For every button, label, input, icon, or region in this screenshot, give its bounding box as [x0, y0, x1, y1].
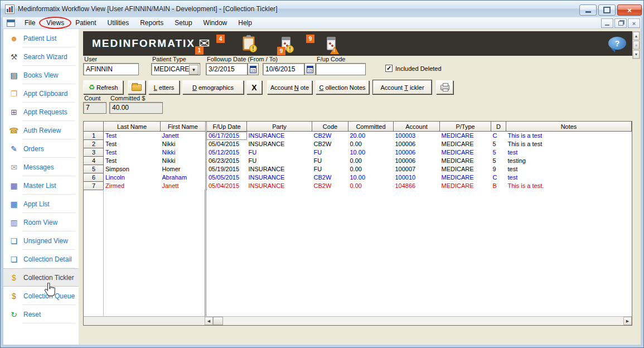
sidebar-item-collection-tickler[interactable]: $Collection Tickler [3, 268, 79, 287]
col-rownum[interactable] [84, 122, 104, 132]
col-account[interactable]: Account [394, 122, 440, 132]
table-row[interactable]: 5SimpsonHomer05/19/2015INSURANCEFU0.0010… [84, 165, 632, 173]
dropdown-arrow-icon[interactable]: ▼ [189, 65, 198, 75]
sidebar-item-unsigned-view[interactable]: ❏Unsigned View [3, 231, 79, 250]
scroll-down-arrow[interactable]: ▼ [633, 50, 640, 59]
menu-help[interactable]: Help [233, 18, 257, 28]
sidebar-item-collection-queue[interactable]: $Collection Queue [3, 287, 79, 305]
user-input[interactable]: AFINNIN [83, 63, 139, 75]
mdi-restore-button[interactable] [614, 18, 627, 28]
sidebar-item-books-view[interactable]: ▤Books View [3, 66, 79, 84]
cell-d: C [491, 173, 506, 182]
close-button[interactable]: × [617, 4, 642, 16]
header-vertical-scrollbar[interactable]: ▲ ≡ ▼ [632, 31, 640, 59]
mdi-document-icon[interactable] [7, 20, 15, 27]
rx-warning-icon[interactable] [327, 31, 336, 56]
print-button[interactable] [436, 80, 453, 94]
account-tickler-button[interactable]: Account Tickler [373, 80, 432, 94]
table-row[interactable]: 4TestNikki06/23/2015FUFU0.00100006MEDICA… [84, 157, 632, 165]
scroll-thumb[interactable]: ≡ [633, 41, 640, 50]
sidebar-item-collection-detail[interactable]: ❏Collection Detail [3, 250, 79, 268]
patient-type-select[interactable]: MEDICARE ▼ [151, 63, 200, 75]
sidebar-item-master-list[interactable]: ▦Master List [3, 176, 79, 195]
menu-window[interactable]: Window [198, 18, 233, 28]
refresh-button[interactable]: ♻Refresh [83, 80, 123, 94]
menu-setup[interactable]: Setup [170, 18, 197, 28]
sidebar-item-room-view[interactable]: ▥Room View [3, 213, 79, 231]
title-bar[interactable]: Medinformatix Workflow View [User AFINNI… [1, 1, 643, 17]
included-deleted-checkbox[interactable]: ✓ [385, 65, 393, 72]
included-deleted-option[interactable]: ✓ Included Deleted [385, 65, 442, 72]
cell-num[interactable]: 6 [84, 173, 104, 182]
menu-patient[interactable]: Patient [70, 18, 101, 28]
frozen-pane-divider[interactable] [205, 190, 206, 316]
fup-code-input[interactable] [316, 63, 366, 75]
mdi-minimize-button[interactable] [601, 18, 613, 28]
horizontal-scrollbar[interactable]: ◀ ▶ [205, 316, 632, 325]
col-code[interactable]: Code [312, 122, 348, 132]
rownum-column-line [103, 190, 104, 316]
col-fup-date[interactable]: F/Up Date [206, 122, 247, 132]
sidebar-item-orders[interactable]: ✎Orders [3, 139, 79, 158]
col-ptype[interactable]: P/Type [440, 122, 491, 132]
cell-num[interactable]: 3 [84, 148, 104, 157]
date-to-calendar-button[interactable]: 15 [304, 63, 316, 75]
sidebar-item-appt-requests[interactable]: ⊞Appt Requests [3, 103, 79, 121]
col-last-name[interactable]: Last Name [104, 122, 161, 132]
demographics-button[interactable]: Demographics [182, 80, 244, 94]
open-folder-button[interactable] [128, 80, 146, 94]
table-row[interactable]: 3TestNikki05/12/2015FUFU10.00100006MEDIC… [84, 148, 632, 157]
date-from-input[interactable]: 3/2/2015 [206, 63, 248, 75]
col-d[interactable]: D [491, 122, 506, 132]
menu-file[interactable]: File [20, 18, 40, 28]
sidebar-item-search-wizard[interactable]: ⚒Search Wizard [3, 47, 79, 66]
menu-utilities[interactable]: Utilities [103, 18, 134, 28]
cell-last-name: Test [104, 132, 161, 140]
menu-views[interactable]: Views [41, 18, 69, 28]
maximize-button[interactable] [598, 4, 616, 16]
letters-button[interactable]: Letters [148, 80, 180, 94]
cell-num[interactable]: 5 [84, 165, 104, 173]
minimize-button[interactable] [579, 4, 597, 16]
count-label: Count [84, 95, 100, 102]
scroll-right-arrow[interactable]: ▶ [623, 317, 632, 325]
cell-num[interactable]: 4 [84, 157, 104, 165]
date-to-input[interactable]: 10/6/2015 [263, 63, 304, 75]
table-row[interactable]: 1TestJanett06/17/2015INSURANCECB2W20.001… [84, 132, 632, 140]
col-committed[interactable]: Committed [348, 122, 394, 132]
grid-header-row: Last Name First Name F/Up Date Party Cod… [84, 122, 632, 132]
collection-notes-button[interactable]: Collection Notes [316, 80, 369, 94]
mdi-close-button[interactable]: × [628, 18, 640, 28]
account-note-button[interactable]: Account Note [267, 80, 312, 94]
col-notes[interactable]: Notes [506, 122, 632, 132]
sidebar-item-messages[interactable]: ✉Messages [3, 158, 79, 176]
cell-ptype: MEDICARE [440, 182, 491, 190]
cell-num[interactable]: 2 [84, 140, 104, 148]
table-row[interactable]: 7ZirmedJanett05/04/2015INSURANCECB2W0.00… [84, 182, 632, 190]
sidebar-item-reset[interactable]: ↻Reset [3, 305, 79, 323]
cell-num[interactable]: 7 [84, 182, 104, 190]
help-button[interactable]: ? [608, 37, 626, 50]
cell-committed: 0.00 [348, 165, 394, 173]
date-from-calendar-button[interactable]: 15 [248, 63, 259, 75]
sidebar-item-appt-clipboard[interactable]: ❐Appt Clipboard [3, 84, 79, 103]
sidebar-item-appt-list[interactable]: ▦Appt List [3, 195, 79, 213]
scroll-up-arrow[interactable]: ▲ [633, 32, 640, 40]
collection-tickler-icon: $ [9, 273, 19, 282]
main-panel: MEDINFORMATIX ✉ 1 4 ! ! 9 9 ? [79, 29, 641, 345]
col-party[interactable]: Party [247, 122, 312, 132]
messages-envelope-icon[interactable]: ✉ 1 4 [198, 31, 210, 56]
scroll-left-arrow[interactable]: ◀ [205, 317, 213, 325]
menu-reports[interactable]: Reports [135, 18, 168, 28]
scroll-track[interactable] [223, 317, 623, 325]
col-first-name[interactable]: First Name [161, 122, 206, 132]
sidebar-item-patient-list[interactable]: ☻Patient List [3, 29, 79, 47]
table-row[interactable]: 2TestNikki05/04/2015INSURANCECB2W0.00100… [84, 140, 632, 148]
table-row[interactable]: 6LincolnAbraham05/05/2015INSURANCECB2W10… [84, 173, 632, 182]
scroll-thumb[interactable] [213, 317, 223, 325]
rx-alerts-icon[interactable]: ! 9 9 [282, 31, 290, 56]
delete-button[interactable]: X [246, 80, 262, 94]
cell-num[interactable]: 1 [84, 132, 104, 140]
sidebar-item-auth-review[interactable]: ☎Auth Review [3, 121, 79, 139]
tasks-clipboard-icon[interactable]: ! [243, 31, 255, 56]
